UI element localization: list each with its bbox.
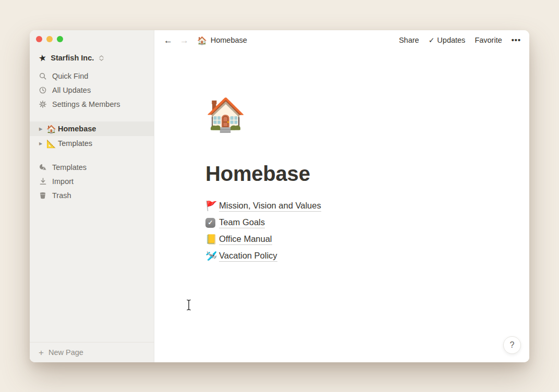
sidebar-page-label: Homebase bbox=[58, 125, 96, 133]
search-icon bbox=[39, 72, 47, 80]
import-icon bbox=[39, 178, 47, 185]
breadcrumb-label: Homebase bbox=[211, 36, 247, 44]
house-emoji-icon: 🏠 bbox=[46, 125, 58, 133]
minimize-window-button[interactable] bbox=[46, 36, 53, 42]
page-link-vacation-policy[interactable]: 🛩️ Vacation Policy bbox=[205, 248, 529, 264]
help-button[interactable]: ? bbox=[503, 336, 521, 354]
new-page-button[interactable]: + New Page bbox=[30, 342, 154, 362]
more-options-button[interactable]: ••• bbox=[512, 36, 521, 44]
page-link-label: Office Manual bbox=[219, 234, 272, 245]
app-window: ★ Starfish Inc. Quick Find bbox=[30, 30, 529, 362]
house-emoji-icon: 🏠 bbox=[197, 36, 207, 44]
page-link-team-goals[interactable]: ✓ Team Goals bbox=[205, 214, 529, 231]
topbar: ← → 🏠 Homebase Share ✓ Updates Favorite … bbox=[154, 30, 529, 50]
starfish-logo-icon: ★ bbox=[38, 53, 47, 63]
sidebar-item-import[interactable]: Import bbox=[30, 174, 154, 188]
sidebar-item-trash[interactable]: Trash bbox=[30, 188, 154, 202]
disclosure-triangle-icon[interactable]: ▶ bbox=[39, 127, 46, 131]
sidebar-item-label: Import bbox=[52, 177, 74, 186]
forward-arrow-icon[interactable]: → bbox=[178, 35, 191, 46]
share-label: Share bbox=[399, 36, 419, 44]
new-page-label: New Page bbox=[48, 348, 83, 357]
trash-icon bbox=[39, 192, 47, 199]
shapes-icon bbox=[39, 164, 47, 171]
sidebar-menu: Quick Find All Updates bbox=[30, 69, 154, 111]
sidebar-content: ★ Starfish Inc. Quick Find bbox=[30, 30, 154, 202]
traffic-lights bbox=[36, 36, 63, 42]
updates-label: Updates bbox=[437, 36, 465, 44]
main-area: ← → 🏠 Homebase Share ✓ Updates Favorite … bbox=[154, 30, 529, 362]
sidebar-page-label: Templates bbox=[58, 139, 92, 148]
page-link-label: Mission, Vision and Values bbox=[219, 201, 321, 212]
sidebar-tools: Templates Import bbox=[30, 160, 154, 202]
page-links: 🚩 Mission, Vision and Values ✓ Team Goal… bbox=[205, 198, 529, 264]
sidebar: ★ Starfish Inc. Quick Find bbox=[30, 30, 154, 362]
favorite-button[interactable]: Favorite bbox=[475, 36, 502, 44]
chevron-updown-icon bbox=[99, 55, 104, 61]
sidebar-page-homebase[interactable]: ▶ 🏠 Homebase bbox=[30, 121, 154, 136]
triangle-ruler-emoji-icon: 📐 bbox=[46, 140, 58, 148]
page-body[interactable]: 🏠 Homebase 🚩 Mission, Vision and Values … bbox=[154, 50, 529, 362]
disclosure-triangle-icon[interactable]: ▶ bbox=[39, 141, 46, 146]
flag-emoji-icon: 🚩 bbox=[205, 201, 219, 211]
sidebar-item-all-updates[interactable]: All Updates bbox=[30, 83, 154, 97]
zoom-window-button[interactable] bbox=[57, 36, 63, 42]
check-icon: ✓ bbox=[429, 36, 435, 44]
page-icon-house-emoji[interactable]: 🏠 bbox=[205, 96, 246, 133]
document: 🏠 Homebase 🚩 Mission, Vision and Values … bbox=[154, 50, 529, 264]
page-link-label: Vacation Policy bbox=[219, 251, 277, 262]
sidebar-item-quick-find[interactable]: Quick Find bbox=[30, 69, 154, 83]
gear-icon bbox=[39, 101, 47, 108]
back-arrow-icon[interactable]: ← bbox=[162, 35, 175, 46]
share-button[interactable]: Share bbox=[399, 36, 419, 44]
page-link-label: Team Goals bbox=[219, 217, 265, 228]
sidebar-item-templates[interactable]: Templates bbox=[30, 160, 154, 174]
help-label: ? bbox=[510, 340, 515, 350]
sidebar-item-label: Templates bbox=[52, 163, 87, 172]
workspace-name: Starfish Inc. bbox=[51, 54, 94, 62]
page-title[interactable]: Homebase bbox=[205, 162, 529, 185]
sidebar-item-label: All Updates bbox=[52, 86, 91, 94]
sidebar-page-templates[interactable]: ▶ 📐 Templates bbox=[30, 136, 154, 151]
topbar-actions: Share ✓ Updates Favorite ••• bbox=[399, 36, 521, 44]
clock-icon bbox=[39, 87, 47, 94]
airplane-emoji-icon: 🛩️ bbox=[205, 251, 219, 261]
ledger-emoji-icon: 📒 bbox=[205, 235, 219, 244]
favorite-label: Favorite bbox=[475, 36, 502, 44]
sidebar-pages: ▶ 🏠 Homebase ▶ 📐 Templates bbox=[30, 121, 154, 151]
sidebar-item-label: Trash bbox=[52, 191, 71, 200]
workspace-switcher[interactable]: ★ Starfish Inc. bbox=[30, 51, 154, 65]
sidebar-item-settings-members[interactable]: Settings & Members bbox=[30, 97, 154, 111]
breadcrumb[interactable]: 🏠 Homebase bbox=[197, 36, 247, 44]
sidebar-item-label: Quick Find bbox=[52, 72, 88, 80]
updates-button[interactable]: ✓ Updates bbox=[429, 36, 466, 44]
checkbox-icon: ✓ bbox=[205, 218, 215, 228]
sidebar-item-label: Settings & Members bbox=[52, 100, 120, 108]
close-window-button[interactable] bbox=[36, 36, 42, 42]
text-cursor-ibeam bbox=[186, 299, 192, 311]
page-link-office-manual[interactable]: 📒 Office Manual bbox=[205, 231, 529, 248]
plus-icon: + bbox=[39, 348, 44, 357]
page-link-mission[interactable]: 🚩 Mission, Vision and Values bbox=[205, 198, 529, 214]
